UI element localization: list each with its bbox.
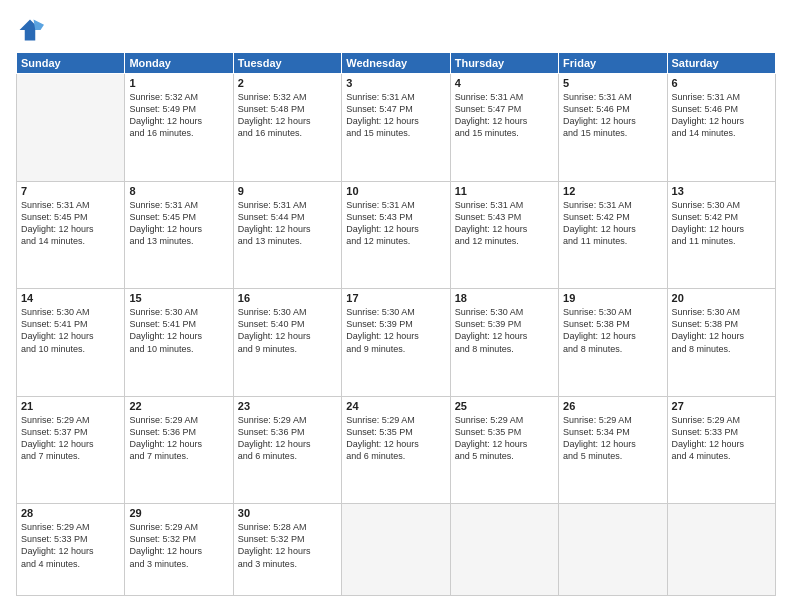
weekday-header-thursday: Thursday bbox=[450, 53, 558, 74]
day-number: 5 bbox=[563, 77, 662, 89]
day-info: Sunrise: 5:29 AMSunset: 5:36 PMDaylight:… bbox=[129, 414, 228, 463]
calendar-cell: 1Sunrise: 5:32 AMSunset: 5:49 PMDaylight… bbox=[125, 74, 233, 182]
svg-marker-1 bbox=[34, 20, 45, 31]
calendar-header-row: SundayMondayTuesdayWednesdayThursdayFrid… bbox=[17, 53, 776, 74]
calendar-cell: 7Sunrise: 5:31 AMSunset: 5:45 PMDaylight… bbox=[17, 181, 125, 289]
day-number: 30 bbox=[238, 507, 337, 519]
day-number: 21 bbox=[21, 400, 120, 412]
weekday-header-tuesday: Tuesday bbox=[233, 53, 341, 74]
day-number: 13 bbox=[672, 185, 771, 197]
day-info: Sunrise: 5:31 AMSunset: 5:43 PMDaylight:… bbox=[455, 199, 554, 248]
week-row-3: 14Sunrise: 5:30 AMSunset: 5:41 PMDayligh… bbox=[17, 289, 776, 397]
day-number: 11 bbox=[455, 185, 554, 197]
day-number: 12 bbox=[563, 185, 662, 197]
calendar-cell: 22Sunrise: 5:29 AMSunset: 5:36 PMDayligh… bbox=[125, 396, 233, 504]
calendar-cell: 19Sunrise: 5:30 AMSunset: 5:38 PMDayligh… bbox=[559, 289, 667, 397]
day-info: Sunrise: 5:30 AMSunset: 5:41 PMDaylight:… bbox=[129, 306, 228, 355]
calendar-cell: 25Sunrise: 5:29 AMSunset: 5:35 PMDayligh… bbox=[450, 396, 558, 504]
calendar-cell: 12Sunrise: 5:31 AMSunset: 5:42 PMDayligh… bbox=[559, 181, 667, 289]
day-number: 15 bbox=[129, 292, 228, 304]
day-info: Sunrise: 5:31 AMSunset: 5:45 PMDaylight:… bbox=[129, 199, 228, 248]
weekday-header-wednesday: Wednesday bbox=[342, 53, 450, 74]
calendar-cell: 13Sunrise: 5:30 AMSunset: 5:42 PMDayligh… bbox=[667, 181, 775, 289]
day-number: 10 bbox=[346, 185, 445, 197]
weekday-header-saturday: Saturday bbox=[667, 53, 775, 74]
day-info: Sunrise: 5:30 AMSunset: 5:41 PMDaylight:… bbox=[21, 306, 120, 355]
calendar-cell bbox=[17, 74, 125, 182]
calendar-cell bbox=[342, 504, 450, 596]
calendar-cell: 29Sunrise: 5:29 AMSunset: 5:32 PMDayligh… bbox=[125, 504, 233, 596]
calendar-cell: 4Sunrise: 5:31 AMSunset: 5:47 PMDaylight… bbox=[450, 74, 558, 182]
weekday-header-friday: Friday bbox=[559, 53, 667, 74]
weekday-header-monday: Monday bbox=[125, 53, 233, 74]
week-row-2: 7Sunrise: 5:31 AMSunset: 5:45 PMDaylight… bbox=[17, 181, 776, 289]
calendar-cell: 2Sunrise: 5:32 AMSunset: 5:48 PMDaylight… bbox=[233, 74, 341, 182]
day-info: Sunrise: 5:29 AMSunset: 5:36 PMDaylight:… bbox=[238, 414, 337, 463]
day-info: Sunrise: 5:29 AMSunset: 5:35 PMDaylight:… bbox=[455, 414, 554, 463]
calendar-cell: 6Sunrise: 5:31 AMSunset: 5:46 PMDaylight… bbox=[667, 74, 775, 182]
calendar-cell: 17Sunrise: 5:30 AMSunset: 5:39 PMDayligh… bbox=[342, 289, 450, 397]
day-number: 20 bbox=[672, 292, 771, 304]
day-number: 17 bbox=[346, 292, 445, 304]
day-info: Sunrise: 5:32 AMSunset: 5:49 PMDaylight:… bbox=[129, 91, 228, 140]
calendar-cell: 27Sunrise: 5:29 AMSunset: 5:33 PMDayligh… bbox=[667, 396, 775, 504]
week-row-1: 1Sunrise: 5:32 AMSunset: 5:49 PMDaylight… bbox=[17, 74, 776, 182]
calendar-cell bbox=[450, 504, 558, 596]
day-number: 8 bbox=[129, 185, 228, 197]
week-row-5: 28Sunrise: 5:29 AMSunset: 5:33 PMDayligh… bbox=[17, 504, 776, 596]
calendar-cell: 20Sunrise: 5:30 AMSunset: 5:38 PMDayligh… bbox=[667, 289, 775, 397]
calendar-cell: 30Sunrise: 5:28 AMSunset: 5:32 PMDayligh… bbox=[233, 504, 341, 596]
day-info: Sunrise: 5:32 AMSunset: 5:48 PMDaylight:… bbox=[238, 91, 337, 140]
header bbox=[16, 16, 776, 44]
day-number: 26 bbox=[563, 400, 662, 412]
day-info: Sunrise: 5:30 AMSunset: 5:39 PMDaylight:… bbox=[346, 306, 445, 355]
logo bbox=[16, 16, 48, 44]
day-number: 6 bbox=[672, 77, 771, 89]
day-number: 1 bbox=[129, 77, 228, 89]
day-number: 7 bbox=[21, 185, 120, 197]
calendar-cell: 11Sunrise: 5:31 AMSunset: 5:43 PMDayligh… bbox=[450, 181, 558, 289]
calendar-cell: 24Sunrise: 5:29 AMSunset: 5:35 PMDayligh… bbox=[342, 396, 450, 504]
day-info: Sunrise: 5:29 AMSunset: 5:33 PMDaylight:… bbox=[672, 414, 771, 463]
calendar-cell: 28Sunrise: 5:29 AMSunset: 5:33 PMDayligh… bbox=[17, 504, 125, 596]
day-info: Sunrise: 5:30 AMSunset: 5:40 PMDaylight:… bbox=[238, 306, 337, 355]
calendar-cell bbox=[667, 504, 775, 596]
calendar-cell: 8Sunrise: 5:31 AMSunset: 5:45 PMDaylight… bbox=[125, 181, 233, 289]
calendar-cell: 15Sunrise: 5:30 AMSunset: 5:41 PMDayligh… bbox=[125, 289, 233, 397]
day-info: Sunrise: 5:29 AMSunset: 5:33 PMDaylight:… bbox=[21, 521, 120, 570]
calendar-cell: 10Sunrise: 5:31 AMSunset: 5:43 PMDayligh… bbox=[342, 181, 450, 289]
day-info: Sunrise: 5:29 AMSunset: 5:32 PMDaylight:… bbox=[129, 521, 228, 570]
day-number: 4 bbox=[455, 77, 554, 89]
day-info: Sunrise: 5:29 AMSunset: 5:34 PMDaylight:… bbox=[563, 414, 662, 463]
page: SundayMondayTuesdayWednesdayThursdayFrid… bbox=[0, 0, 792, 612]
calendar-cell bbox=[559, 504, 667, 596]
day-number: 29 bbox=[129, 507, 228, 519]
calendar-cell: 23Sunrise: 5:29 AMSunset: 5:36 PMDayligh… bbox=[233, 396, 341, 504]
day-info: Sunrise: 5:31 AMSunset: 5:46 PMDaylight:… bbox=[672, 91, 771, 140]
day-info: Sunrise: 5:31 AMSunset: 5:42 PMDaylight:… bbox=[563, 199, 662, 248]
day-number: 2 bbox=[238, 77, 337, 89]
day-number: 28 bbox=[21, 507, 120, 519]
day-info: Sunrise: 5:31 AMSunset: 5:47 PMDaylight:… bbox=[455, 91, 554, 140]
day-info: Sunrise: 5:29 AMSunset: 5:37 PMDaylight:… bbox=[21, 414, 120, 463]
day-number: 3 bbox=[346, 77, 445, 89]
calendar-table: SundayMondayTuesdayWednesdayThursdayFrid… bbox=[16, 52, 776, 596]
calendar-cell: 16Sunrise: 5:30 AMSunset: 5:40 PMDayligh… bbox=[233, 289, 341, 397]
day-number: 19 bbox=[563, 292, 662, 304]
calendar-cell: 9Sunrise: 5:31 AMSunset: 5:44 PMDaylight… bbox=[233, 181, 341, 289]
calendar-cell: 5Sunrise: 5:31 AMSunset: 5:46 PMDaylight… bbox=[559, 74, 667, 182]
day-number: 18 bbox=[455, 292, 554, 304]
day-info: Sunrise: 5:31 AMSunset: 5:46 PMDaylight:… bbox=[563, 91, 662, 140]
day-number: 16 bbox=[238, 292, 337, 304]
day-info: Sunrise: 5:29 AMSunset: 5:35 PMDaylight:… bbox=[346, 414, 445, 463]
day-info: Sunrise: 5:31 AMSunset: 5:43 PMDaylight:… bbox=[346, 199, 445, 248]
day-info: Sunrise: 5:30 AMSunset: 5:42 PMDaylight:… bbox=[672, 199, 771, 248]
day-info: Sunrise: 5:30 AMSunset: 5:38 PMDaylight:… bbox=[672, 306, 771, 355]
weekday-header-sunday: Sunday bbox=[17, 53, 125, 74]
day-number: 22 bbox=[129, 400, 228, 412]
calendar-cell: 21Sunrise: 5:29 AMSunset: 5:37 PMDayligh… bbox=[17, 396, 125, 504]
day-info: Sunrise: 5:30 AMSunset: 5:38 PMDaylight:… bbox=[563, 306, 662, 355]
day-number: 14 bbox=[21, 292, 120, 304]
calendar-cell: 3Sunrise: 5:31 AMSunset: 5:47 PMDaylight… bbox=[342, 74, 450, 182]
day-info: Sunrise: 5:31 AMSunset: 5:45 PMDaylight:… bbox=[21, 199, 120, 248]
